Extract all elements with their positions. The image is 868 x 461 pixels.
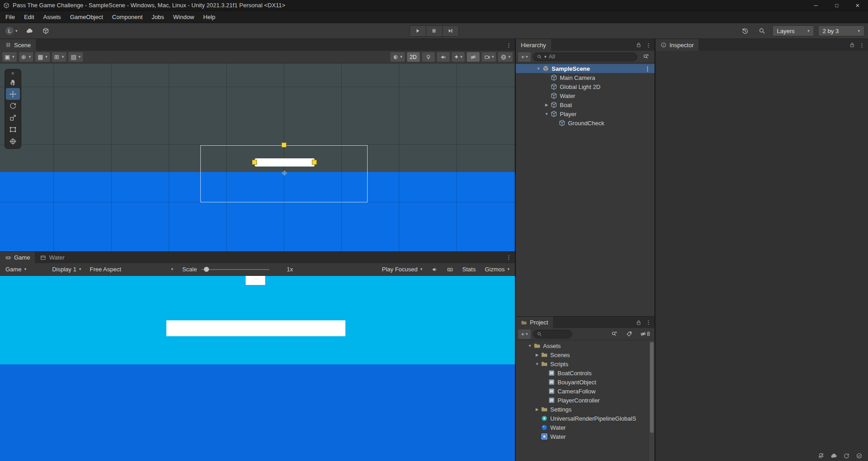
scene-audio-toggle[interactable] bbox=[437, 52, 450, 62]
foldout-expanded-icon[interactable]: ▼ bbox=[526, 343, 533, 348]
tab-hierarchy[interactable]: Hierarchy bbox=[516, 39, 551, 51]
minimize-button[interactable]: ─ bbox=[805, 0, 826, 10]
cloud-services-icon[interactable] bbox=[830, 452, 837, 459]
project-item-playercontroller[interactable]: PlayerController bbox=[516, 396, 655, 405]
input-debug-toggle[interactable] bbox=[444, 265, 456, 274]
foldout-collapsed-icon[interactable]: ▶ bbox=[533, 407, 541, 412]
scale-slider[interactable] bbox=[201, 269, 269, 270]
game-viewport[interactable] bbox=[0, 276, 515, 461]
aspect-dropdown[interactable]: Free Aspect ▾ bbox=[87, 265, 176, 275]
project-item-boatcontrols[interactable]: BoatControls bbox=[516, 368, 655, 378]
item-options-icon[interactable]: ⋮ bbox=[645, 65, 650, 72]
selected-boat-sprite[interactable] bbox=[255, 158, 315, 167]
hierarchy-item-boat[interactable]: ▶Boat bbox=[516, 100, 655, 109]
foldout-collapsed-icon[interactable]: ▶ bbox=[533, 353, 541, 357]
gizmos-globe-dropdown[interactable]: ▾ bbox=[498, 52, 513, 62]
layers-dropdown[interactable]: Layers ▾ bbox=[772, 25, 814, 36]
tab-game[interactable]: Game bbox=[0, 252, 35, 263]
hierarchy-item-water[interactable]: Water bbox=[516, 91, 655, 100]
background-tasks-icon[interactable] bbox=[856, 452, 863, 459]
scrollbar-thumb[interactable] bbox=[650, 342, 654, 433]
increment-snap-dropdown[interactable]: ⊞▾ bbox=[52, 52, 67, 62]
left-handle[interactable] bbox=[252, 160, 257, 165]
mute-audio-toggle[interactable] bbox=[428, 265, 441, 274]
menu-window[interactable]: Window bbox=[169, 11, 199, 23]
version-control-button[interactable] bbox=[39, 25, 52, 36]
tab-inspector[interactable]: Inspector bbox=[655, 39, 698, 51]
tab-project[interactable]: Project bbox=[516, 317, 553, 328]
grid-snap-dropdown[interactable]: ▦▾ bbox=[35, 52, 50, 62]
hierarchy-item-samplescene[interactable]: ▼SampleScene⋮ bbox=[516, 64, 655, 73]
project-item-bouyantobject[interactable]: BouyantObject bbox=[516, 378, 655, 387]
lock-icon[interactable] bbox=[635, 42, 642, 48]
project-scrollbar[interactable] bbox=[649, 340, 655, 461]
grid-visibility-dropdown[interactable]: ▤▾ bbox=[68, 52, 83, 62]
hierarchy-item-global-light-2d[interactable]: Global Light 2D bbox=[516, 82, 655, 91]
transform-tool-button[interactable] bbox=[6, 135, 20, 147]
menu-gameobject[interactable]: GameObject bbox=[65, 11, 107, 23]
notifications-muted-icon[interactable] bbox=[818, 452, 824, 459]
hierarchy-search-input[interactable]: ▾ All bbox=[533, 53, 637, 61]
account-dropdown[interactable]: L ▾ bbox=[4, 25, 19, 36]
foldout-expanded-icon[interactable]: ▼ bbox=[535, 66, 542, 71]
view-tool-button[interactable] bbox=[6, 76, 20, 88]
2d-toggle[interactable]: 2D bbox=[407, 52, 420, 62]
menu-file[interactable]: File bbox=[1, 11, 19, 23]
open-search-window-button[interactable] bbox=[608, 329, 621, 339]
project-item-water[interactable]: Water bbox=[516, 423, 655, 432]
menu-assets[interactable]: Assets bbox=[39, 11, 65, 23]
scene-visibility-toggle[interactable] bbox=[467, 52, 480, 62]
scene-viewport[interactable]: ≡ bbox=[0, 64, 515, 251]
project-item-camerafollow[interactable]: CameraFollow bbox=[516, 387, 655, 396]
scale-slider-knob[interactable] bbox=[204, 267, 209, 272]
stats-toggle[interactable]: Stats bbox=[459, 265, 479, 275]
hierarchy-item-main-camera[interactable]: Main Camera bbox=[516, 73, 655, 82]
tab-scene[interactable]: Scene bbox=[0, 39, 36, 51]
pause-button[interactable] bbox=[426, 25, 442, 37]
menu-edit[interactable]: Edit bbox=[19, 11, 39, 23]
hierarchy-item-groundcheck[interactable]: GroundCheck bbox=[516, 118, 655, 128]
scene-lighting-toggle[interactable] bbox=[422, 52, 435, 62]
play-focused-dropdown[interactable]: Play Focused ▾ bbox=[378, 265, 425, 275]
search-by-label-button[interactable] bbox=[623, 329, 635, 339]
camera-settings-dropdown[interactable]: ▾ bbox=[482, 52, 496, 62]
play-button[interactable] bbox=[409, 25, 426, 37]
hidden-packages-toggle[interactable]: 8 bbox=[638, 329, 652, 339]
project-item-assets[interactable]: ▼Assets bbox=[516, 341, 655, 350]
panel-menu-icon[interactable]: ⋮ bbox=[506, 42, 512, 49]
lock-icon[interactable] bbox=[849, 42, 855, 48]
hierarchy-item-player[interactable]: ▼Player bbox=[516, 109, 655, 118]
project-item-scripts[interactable]: ▼Scripts bbox=[516, 359, 655, 368]
pivot-gizmo-icon[interactable] bbox=[281, 170, 287, 176]
step-button[interactable] bbox=[442, 25, 459, 37]
search-button[interactable] bbox=[756, 25, 768, 36]
auto-refresh-icon[interactable] bbox=[843, 452, 850, 459]
panel-menu-icon[interactable]: ⋮ bbox=[506, 254, 512, 261]
tool-settings-dropdown[interactable]: ▣▾ bbox=[2, 52, 17, 62]
move-tool-button[interactable] bbox=[6, 88, 20, 100]
panel-menu-icon[interactable]: ⋮ bbox=[645, 42, 651, 49]
menu-help[interactable]: Help bbox=[199, 11, 220, 23]
project-item-scenes[interactable]: ▶Scenes bbox=[516, 350, 655, 359]
tab-water[interactable]: Water bbox=[35, 252, 69, 263]
maximize-button[interactable]: □ bbox=[826, 0, 847, 10]
layout-dropdown[interactable]: 2 by 3 ▾ bbox=[818, 25, 864, 36]
menu-jobs[interactable]: Jobs bbox=[147, 11, 169, 23]
panel-menu-icon[interactable]: ⋮ bbox=[859, 42, 865, 49]
game-mode-dropdown[interactable]: Game ▾ bbox=[2, 265, 29, 275]
menu-component[interactable]: Component bbox=[107, 11, 147, 23]
open-search-window-button[interactable] bbox=[640, 52, 652, 62]
shading-mode-dropdown[interactable]: ▾ bbox=[390, 52, 405, 62]
foldout-collapsed-icon[interactable]: ▶ bbox=[543, 103, 550, 107]
gizmos-dropdown[interactable]: Gizmos ▾ bbox=[481, 265, 513, 275]
create-object-dropdown[interactable]: + ▾ bbox=[518, 52, 531, 62]
display-dropdown[interactable]: Display 1 ▾ bbox=[49, 265, 84, 275]
right-handle[interactable] bbox=[312, 160, 317, 165]
effects-dropdown[interactable]: ✦▾ bbox=[452, 52, 465, 62]
cloud-button[interactable] bbox=[23, 25, 36, 36]
rotate-tool-button[interactable] bbox=[6, 100, 20, 112]
lock-icon[interactable] bbox=[635, 319, 642, 326]
create-asset-dropdown[interactable]: + ▾ bbox=[518, 329, 531, 339]
rect-tool-button[interactable] bbox=[6, 123, 20, 135]
undo-history-button[interactable] bbox=[739, 25, 752, 36]
